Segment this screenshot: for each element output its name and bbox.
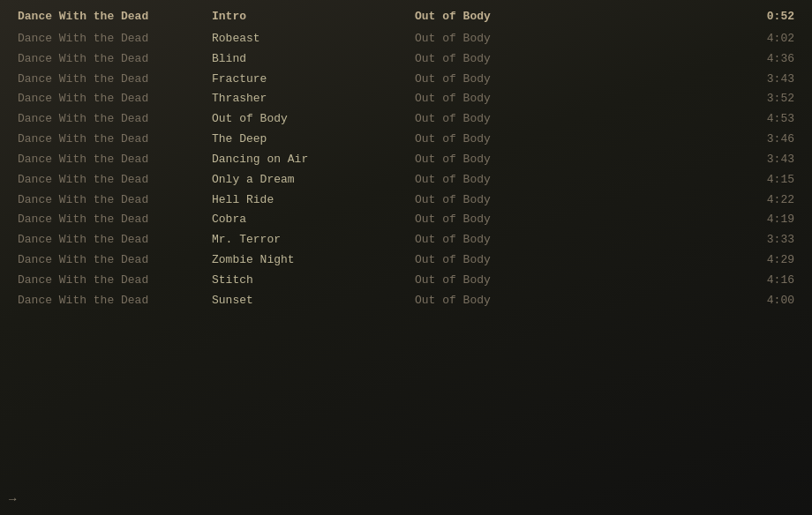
track-title: Robeast	[212, 31, 415, 48]
track-artist: Dance With the Dead	[18, 272, 212, 289]
track-duration: 4:29	[591, 252, 794, 269]
track-duration: 4:00	[591, 293, 794, 310]
track-title: Thrasher	[212, 91, 415, 108]
track-title: Zombie Night	[212, 252, 415, 269]
table-row[interactable]: Dance With the DeadCobraOut of Body4:19	[0, 210, 812, 230]
arrow-indicator: →	[9, 492, 16, 506]
track-title: Mr. Terror	[212, 232, 415, 249]
track-artist: Dance With the Dead	[18, 152, 212, 168]
track-artist: Dance With the Dead	[18, 31, 212, 48]
table-row[interactable]: Dance With the DeadZombie NightOut of Bo…	[0, 250, 812, 271]
track-artist: Dance With the Dead	[18, 192, 212, 209]
track-album: Out of Body	[415, 212, 591, 228]
header-intro: Intro	[212, 9, 415, 26]
table-row[interactable]: Dance With the DeadOnly a DreamOut of Bo…	[0, 170, 812, 190]
track-duration: 4:36	[591, 51, 794, 68]
track-duration: 3:43	[591, 71, 794, 88]
table-row[interactable]: Dance With the DeadRobeastOut of Body4:0…	[0, 29, 812, 49]
track-title: Stitch	[212, 272, 415, 289]
track-album: Out of Body	[415, 192, 591, 209]
track-duration: 4:15	[591, 172, 794, 189]
track-title: Blind	[212, 51, 415, 68]
track-title: Only a Dream	[212, 172, 415, 189]
track-title: Dancing on Air	[212, 152, 415, 168]
track-album: Out of Body	[415, 152, 591, 168]
track-artist: Dance With the Dead	[18, 232, 212, 249]
table-row[interactable]: Dance With the DeadMr. TerrorOut of Body…	[0, 230, 812, 250]
track-list-header: Dance With the Dead Intro Out of Body 0:…	[0, 7, 812, 29]
track-album: Out of Body	[415, 272, 591, 289]
track-album: Out of Body	[415, 111, 591, 128]
table-row[interactable]: Dance With the DeadBlindOut of Body4:36	[0, 49, 812, 70]
track-duration: 3:43	[591, 152, 794, 168]
table-row[interactable]: Dance With the DeadOut of BodyOut of Bod…	[0, 109, 812, 130]
track-artist: Dance With the Dead	[18, 293, 212, 310]
track-album: Out of Body	[415, 232, 591, 249]
track-duration: 4:19	[591, 212, 794, 228]
track-album: Out of Body	[415, 91, 591, 108]
table-row[interactable]: Dance With the DeadFractureOut of Body3:…	[0, 70, 812, 90]
track-duration: 3:46	[591, 131, 794, 148]
track-list: Dance With the Dead Intro Out of Body 0:…	[0, 0, 812, 318]
table-row[interactable]: Dance With the DeadThe DeepOut of Body3:…	[0, 130, 812, 150]
track-album: Out of Body	[415, 51, 591, 68]
track-duration: 4:16	[591, 272, 794, 289]
track-duration: 4:02	[591, 31, 794, 48]
track-album: Out of Body	[415, 172, 591, 189]
track-artist: Dance With the Dead	[18, 71, 212, 88]
header-album: Out of Body	[415, 9, 591, 26]
track-album: Out of Body	[415, 131, 591, 148]
table-row[interactable]: Dance With the DeadDancing on AirOut of …	[0, 150, 812, 170]
table-row[interactable]: Dance With the DeadThrasherOut of Body3:…	[0, 89, 812, 109]
track-duration: 4:22	[591, 192, 794, 209]
track-album: Out of Body	[415, 252, 591, 269]
track-artist: Dance With the Dead	[18, 91, 212, 108]
track-duration: 4:53	[591, 111, 794, 128]
track-album: Out of Body	[415, 293, 591, 310]
track-duration: 3:52	[591, 91, 794, 108]
track-album: Out of Body	[415, 31, 591, 48]
track-duration: 3:33	[591, 232, 794, 249]
track-title: Hell Ride	[212, 192, 415, 209]
track-title: Fracture	[212, 71, 415, 88]
header-duration: 0:52	[591, 9, 794, 26]
track-title: Out of Body	[212, 111, 415, 128]
track-title: Sunset	[212, 293, 415, 310]
track-artist: Dance With the Dead	[18, 212, 212, 228]
track-artist: Dance With the Dead	[18, 131, 212, 148]
track-album: Out of Body	[415, 71, 591, 88]
track-artist: Dance With the Dead	[18, 252, 212, 269]
table-row[interactable]: Dance With the DeadSunsetOut of Body4:00	[0, 291, 812, 311]
track-artist: Dance With the Dead	[18, 111, 212, 128]
track-artist: Dance With the Dead	[18, 172, 212, 189]
table-row[interactable]: Dance With the DeadHell RideOut of Body4…	[0, 190, 812, 211]
header-artist: Dance With the Dead	[18, 9, 212, 26]
table-row[interactable]: Dance With the DeadStitchOut of Body4:16	[0, 271, 812, 291]
track-title: The Deep	[212, 131, 415, 148]
track-title: Cobra	[212, 212, 415, 228]
track-artist: Dance With the Dead	[18, 51, 212, 68]
